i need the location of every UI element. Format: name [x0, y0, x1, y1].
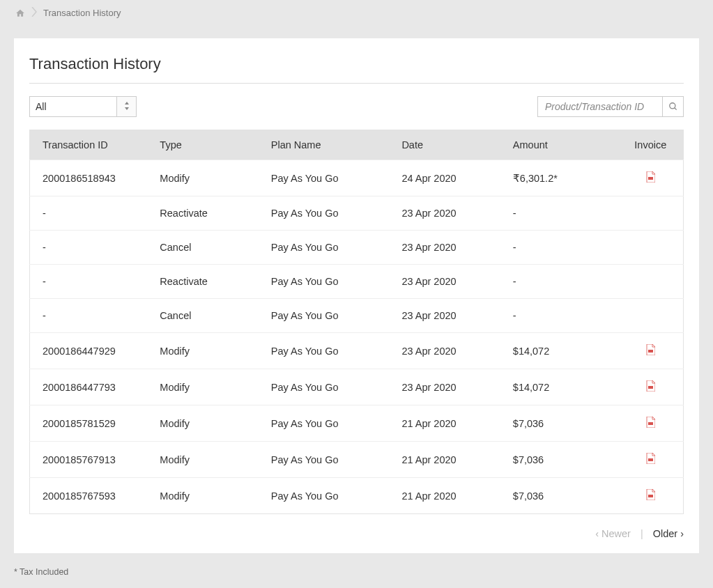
col-header-plan: Plan Name — [259, 130, 390, 160]
cell-id: 2000185767913 — [30, 442, 148, 478]
search-icon — [668, 102, 678, 111]
filter-sort-button[interactable] — [117, 96, 137, 117]
cell-type: Modify — [147, 405, 258, 442]
svg-line-1 — [674, 108, 676, 110]
breadcrumb: Transaction History — [0, 0, 713, 26]
cell-plan: Pay As You Go — [259, 160, 390, 196]
footnote: * Tax Included — [0, 559, 713, 588]
chevron-right-icon: › — [680, 528, 684, 539]
cell-type: Reactivate — [147, 196, 258, 231]
table-row: -CancelPay As You Go23 Apr 2020- — [30, 231, 684, 265]
cell-id: 2000186518943 — [30, 160, 148, 196]
pager-older[interactable]: Older › — [653, 528, 684, 539]
cell-date: 23 Apr 2020 — [389, 265, 500, 299]
cell-plan: Pay As You Go — [259, 265, 390, 299]
cell-invoice — [618, 265, 684, 299]
transactions-panel: Transaction History All Transa — [14, 38, 699, 553]
pdf-icon[interactable] — [646, 380, 655, 392]
cell-invoice — [618, 442, 684, 478]
cell-amount: - — [500, 196, 618, 231]
cell-amount: $14,072 — [500, 333, 618, 369]
cell-type: Reactivate — [147, 265, 258, 299]
search-wrap — [537, 96, 684, 117]
table-row: -ReactivatePay As You Go23 Apr 2020- — [30, 196, 684, 231]
pager-newer-label: Newer — [601, 528, 631, 539]
cell-invoice — [618, 231, 684, 265]
filter-select[interactable]: All — [29, 96, 117, 117]
cell-amount: - — [500, 299, 618, 333]
cell-id: 2000186447929 — [30, 333, 148, 369]
cell-plan: Pay As You Go — [259, 405, 390, 442]
table-row: 2000185767913ModifyPay As You Go21 Apr 2… — [30, 442, 684, 478]
col-header-amount: Amount — [500, 130, 618, 160]
cell-id: 2000185781529 — [30, 405, 148, 442]
cell-invoice — [618, 478, 684, 514]
table-row: 2000185767593ModifyPay As You Go21 Apr 2… — [30, 478, 684, 514]
search-input[interactable] — [537, 96, 663, 117]
cell-amount: $7,036 — [500, 442, 618, 478]
cell-plan: Pay As You Go — [259, 196, 390, 231]
cell-invoice — [618, 196, 684, 231]
home-icon — [15, 8, 25, 18]
page-title: Transaction History — [29, 55, 684, 73]
breadcrumb-home[interactable] — [15, 8, 25, 18]
breadcrumb-current: Transaction History — [43, 8, 121, 18]
breadcrumb-separator-icon — [31, 7, 38, 19]
cell-id: - — [30, 299, 148, 333]
cell-plan: Pay As You Go — [259, 299, 390, 333]
sort-icon — [124, 102, 130, 111]
table-row: -ReactivatePay As You Go23 Apr 2020- — [30, 265, 684, 299]
pdf-icon[interactable] — [646, 344, 655, 355]
cell-invoice — [618, 299, 684, 333]
cell-plan: Pay As You Go — [259, 369, 390, 405]
cell-type: Cancel — [147, 299, 258, 333]
cell-amount: - — [500, 265, 618, 299]
cell-invoice — [618, 405, 684, 442]
cell-date: 23 Apr 2020 — [389, 333, 500, 369]
pdf-icon[interactable] — [646, 453, 655, 464]
cell-id: - — [30, 231, 148, 265]
transactions-table: Transaction ID Type Plan Name Date Amoun… — [29, 130, 684, 514]
cell-type: Modify — [147, 160, 258, 196]
search-button[interactable] — [663, 96, 684, 117]
pdf-icon[interactable] — [646, 417, 655, 428]
cell-plan: Pay As You Go — [259, 478, 390, 514]
svg-rect-4 — [648, 386, 653, 389]
table-row: -CancelPay As You Go23 Apr 2020- — [30, 299, 684, 333]
cell-plan: Pay As You Go — [259, 231, 390, 265]
cell-plan: Pay As You Go — [259, 442, 390, 478]
cell-date: 21 Apr 2020 — [389, 442, 500, 478]
cell-amount: $14,072 — [500, 369, 618, 405]
svg-rect-3 — [648, 350, 653, 353]
pager-separator: | — [641, 528, 643, 539]
cell-id: - — [30, 196, 148, 231]
cell-invoice — [618, 369, 684, 405]
cell-amount: $7,036 — [500, 405, 618, 442]
controls-bar: All — [29, 96, 684, 117]
cell-date: 21 Apr 2020 — [389, 405, 500, 442]
svg-rect-5 — [648, 422, 653, 425]
col-header-date: Date — [389, 130, 500, 160]
cell-invoice — [618, 160, 684, 196]
table-row: 2000186447793ModifyPay As You Go23 Apr 2… — [30, 369, 684, 405]
cell-id: 2000186447793 — [30, 369, 148, 405]
table-header-row: Transaction ID Type Plan Name Date Amoun… — [30, 130, 684, 160]
cell-date: 23 Apr 2020 — [389, 369, 500, 405]
cell-invoice — [618, 333, 684, 369]
pdf-icon[interactable] — [646, 171, 655, 183]
cell-date: 23 Apr 2020 — [389, 196, 500, 231]
pager-older-label: Older — [653, 528, 677, 539]
svg-rect-6 — [648, 458, 653, 461]
col-header-id: Transaction ID — [30, 130, 148, 160]
pdf-icon[interactable] — [646, 489, 655, 500]
col-header-invoice: Invoice — [618, 130, 684, 160]
cell-id: 2000185767593 — [30, 478, 148, 514]
cell-amount: $7,036 — [500, 478, 618, 514]
svg-point-0 — [669, 103, 675, 109]
cell-type: Modify — [147, 478, 258, 514]
cell-date: 23 Apr 2020 — [389, 231, 500, 265]
col-header-type: Type — [147, 130, 258, 160]
cell-type: Cancel — [147, 231, 258, 265]
cell-amount: - — [500, 231, 618, 265]
pager: ‹ Newer | Older › — [29, 514, 684, 539]
